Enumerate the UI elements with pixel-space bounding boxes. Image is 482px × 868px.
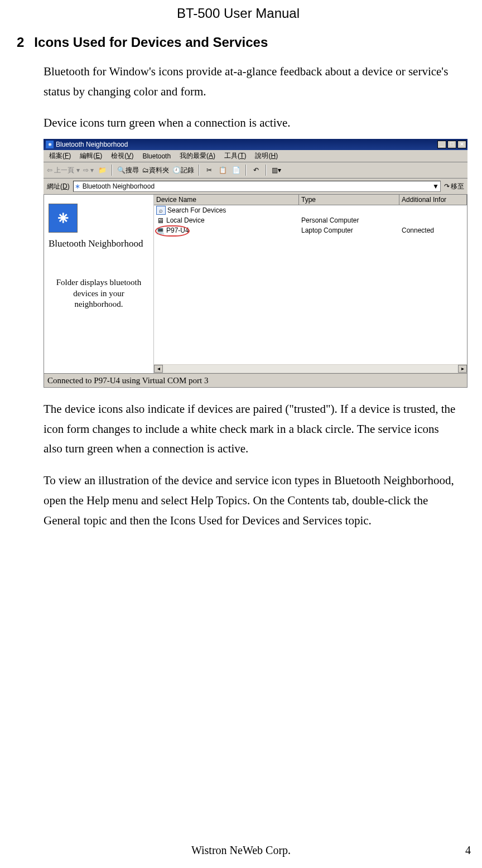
address-label: 網址(D)	[47, 182, 70, 191]
paragraph-3: The device icons also indicate if device…	[44, 399, 460, 459]
close-button[interactable]: ×	[457, 141, 466, 148]
menubar: 檔案(F) 編輯(E) 檢視(V) Bluetooth 我的最愛(A) 工具(T…	[44, 150, 467, 162]
desktop-icon: 🖥	[156, 216, 165, 224]
section-number: 2	[17, 35, 24, 50]
paragraph-2: Device icons turn green when a connectio…	[44, 113, 460, 133]
address-input[interactable]: ∗ Bluetooth Neighborhood ▼	[73, 181, 441, 192]
search-icon: ⌕	[156, 206, 166, 215]
up-folder-icon[interactable]: 📁	[97, 165, 107, 175]
search-button[interactable]: 🔍搜尋	[117, 166, 139, 175]
list-item[interactable]: 🖥Local Device Personal Computer	[154, 215, 467, 225]
row-type: Laptop Computer	[299, 226, 399, 234]
views-icon[interactable]: ▥▾	[271, 165, 281, 175]
paragraph-4: To view an illustration of the device an…	[44, 471, 460, 531]
side-panel-desc: Folder displays bluetooth devices in you…	[49, 277, 149, 310]
page-number: 4	[465, 844, 471, 857]
address-value: Bluetooth Neighborhood	[83, 182, 155, 190]
side-panel: ⁕ Bluetooth Neighborhood Folder displays…	[44, 195, 154, 373]
chevron-down-icon[interactable]: ▼	[432, 182, 439, 190]
list-item[interactable]: 💻P97-U4 Laptop Computer Connected	[154, 225, 467, 235]
document-title: BT-500 User Manual	[17, 6, 460, 21]
menu-bluetooth[interactable]: Bluetooth	[142, 152, 171, 160]
column-additional[interactable]: Additional Infor	[399, 195, 467, 205]
window-title: Bluetooth Neighborhood	[56, 141, 437, 148]
row-name: P97-U4	[166, 226, 189, 234]
menu-file[interactable]: 檔案(F)	[49, 151, 71, 161]
menu-edit[interactable]: 編輯(E)	[80, 151, 102, 161]
status-bar: Connected to P97-U4 using Virtual COM po…	[44, 374, 467, 388]
address-bar: 網址(D) ∗ Bluetooth Neighborhood ▼ ↷移至	[44, 179, 467, 195]
horizontal-scrollbar[interactable]: ◂ ▸	[154, 364, 467, 373]
section-heading: Icons Used for Devices and Services	[34, 35, 268, 50]
paragraph-1: Bluetooth for Window's icons provide at-…	[44, 62, 460, 102]
history-button[interactable]: 🕘記錄	[172, 166, 194, 175]
column-device-name[interactable]: Device Name	[154, 195, 299, 205]
device-list: Device Name Type Additional Infor ⌕Searc…	[154, 195, 467, 373]
row-addl: Connected	[399, 226, 467, 234]
maximize-button[interactable]: □	[447, 141, 456, 148]
toolbar: ⇦ 上一頁 ▾ ⇨ ▾ 📁 🔍搜尋 🗂資料夾 🕘記錄 ✂ 📋 📄 ↶ ▥▾	[44, 162, 467, 179]
status-text: Connected to P97-U4 using Virtual COM po…	[47, 376, 208, 385]
menu-tools[interactable]: 工具(T)	[224, 151, 246, 161]
paste-icon[interactable]: 📄	[231, 165, 241, 175]
menu-help[interactable]: 說明(H)	[255, 151, 278, 161]
bluetooth-icon: ⁕	[46, 141, 54, 148]
bluetooth-logo-icon: ⁕	[49, 204, 78, 233]
bluetooth-icon: ∗	[75, 182, 80, 190]
menu-view[interactable]: 檢視(V)	[111, 151, 133, 161]
go-button[interactable]: ↷移至	[444, 182, 464, 191]
footer-company: Wistron NeWeb Corp.	[0, 844, 482, 857]
forward-button[interactable]: ⇨ ▾	[83, 166, 94, 174]
row-type: Personal Computer	[299, 216, 399, 224]
cut-icon[interactable]: ✂	[204, 165, 214, 175]
folders-button[interactable]: 🗂資料夾	[142, 166, 169, 175]
list-item[interactable]: ⌕Search For Devices	[154, 205, 467, 215]
laptop-icon: 💻	[156, 226, 165, 234]
row-name: Local Device	[166, 216, 205, 224]
minimize-button[interactable]: _	[437, 141, 446, 148]
undo-icon[interactable]: ↶	[251, 165, 261, 175]
screenshot-window: ⁕ Bluetooth Neighborhood _ □ × 檔案(F) 編輯(…	[44, 139, 467, 388]
column-type[interactable]: Type	[299, 195, 399, 205]
scroll-right-icon[interactable]: ▸	[458, 365, 467, 373]
titlebar[interactable]: ⁕ Bluetooth Neighborhood _ □ ×	[44, 139, 467, 150]
side-panel-title: Bluetooth Neighborhood	[49, 238, 149, 249]
row-name: Search For Devices	[167, 206, 226, 214]
menu-favorites[interactable]: 我的最愛(A)	[180, 151, 215, 161]
back-button[interactable]: ⇦ 上一頁 ▾	[47, 166, 80, 175]
scroll-left-icon[interactable]: ◂	[154, 365, 163, 373]
copy-icon[interactable]: 📋	[218, 165, 228, 175]
